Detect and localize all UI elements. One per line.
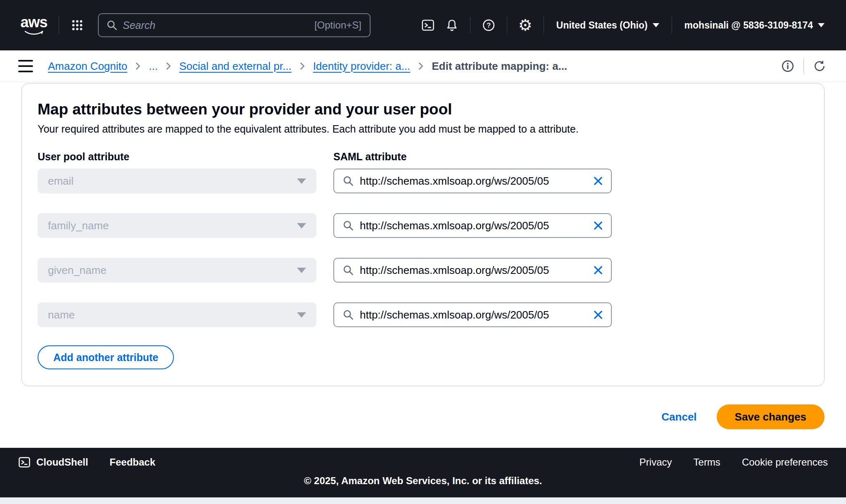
saml-attribute-input[interactable] bbox=[360, 170, 586, 192]
nav-divider bbox=[672, 17, 672, 33]
copyright-text: © 2025, Amazon Web Services, Inc. or its… bbox=[18, 475, 828, 487]
breadcrumb: Amazon Cognito ... Social and external p… bbox=[48, 60, 567, 73]
cloudshell-icon[interactable] bbox=[419, 16, 437, 34]
saml-attribute-field bbox=[333, 258, 612, 283]
search-icon bbox=[342, 309, 354, 321]
user-pool-attribute-select[interactable]: name bbox=[38, 302, 316, 327]
breadcrumb-item-cognito[interactable]: Amazon Cognito bbox=[48, 60, 127, 73]
chevron-down-icon bbox=[818, 23, 825, 27]
info-icon[interactable] bbox=[779, 58, 796, 74]
region-label: United States (Ohio) bbox=[556, 20, 648, 31]
user-pool-attribute-select[interactable]: email bbox=[38, 169, 316, 193]
aws-logo[interactable]: aws bbox=[18, 15, 50, 36]
divider bbox=[803, 58, 804, 74]
saml-attribute-input[interactable] bbox=[360, 259, 586, 281]
chevron-right-icon bbox=[165, 61, 172, 71]
search-icon bbox=[342, 175, 354, 187]
mapping-rows: email bbox=[38, 169, 808, 327]
help-icon[interactable]: ? bbox=[480, 16, 498, 34]
saml-attribute-field bbox=[333, 169, 612, 193]
chevron-down-icon bbox=[297, 312, 306, 318]
chevron-down-icon bbox=[297, 223, 306, 228]
column-header-saml: SAML attribute bbox=[333, 150, 612, 163]
terms-link[interactable]: Terms bbox=[694, 456, 720, 468]
cloudshell-label: CloudShell bbox=[36, 456, 88, 468]
clear-icon[interactable] bbox=[591, 174, 605, 188]
page-description: Your required attributes are mapped to t… bbox=[38, 122, 808, 136]
chevron-right-icon bbox=[299, 61, 306, 71]
nav-divider bbox=[59, 16, 59, 35]
clear-icon[interactable] bbox=[591, 308, 605, 322]
search-icon bbox=[342, 220, 354, 231]
clear-icon[interactable] bbox=[591, 263, 605, 277]
aws-console-page: aws [Option+S] bbox=[0, 0, 846, 504]
attribute-mapping-card: Map attributes between your provider and… bbox=[21, 83, 825, 386]
cookie-preferences-link[interactable]: Cookie preferences bbox=[742, 456, 828, 468]
console-footer: CloudShell Feedback Privacy Terms Cookie… bbox=[0, 448, 846, 497]
cancel-button[interactable]: Cancel bbox=[661, 411, 696, 423]
privacy-link[interactable]: Privacy bbox=[639, 456, 672, 468]
account-menu[interactable]: mohsinali @ 5836-3109-8174 bbox=[681, 16, 828, 34]
user-pool-attribute-select[interactable]: family_name bbox=[38, 213, 316, 238]
account-label: mohsinali @ 5836-3109-8174 bbox=[684, 20, 813, 31]
chevron-down-icon bbox=[297, 178, 306, 184]
search-shortcut-hint: [Option+S] bbox=[314, 19, 361, 31]
aws-logo-text: aws bbox=[20, 14, 47, 31]
search-icon bbox=[342, 264, 354, 276]
column-headers: User pool attribute SAML attribute bbox=[38, 150, 808, 163]
breadcrumb-item-ellipsis[interactable]: ... bbox=[149, 60, 158, 73]
column-header-user-pool: User pool attribute bbox=[38, 150, 316, 163]
settings-gear-icon[interactable]: ⚙ bbox=[516, 16, 535, 34]
notifications-bell-icon[interactable] bbox=[443, 16, 461, 34]
form-actions: Cancel Save changes bbox=[0, 404, 846, 429]
mapping-row: email bbox=[38, 169, 808, 193]
breadcrumb-item-current: Edit attribute mapping: a... bbox=[432, 60, 567, 73]
nav-divider bbox=[544, 17, 544, 33]
cloudshell-icon bbox=[18, 456, 31, 468]
breadcrumb-bar: Amazon Cognito ... Social and external p… bbox=[0, 50, 846, 82]
breadcrumb-item-social-providers[interactable]: Social and external pr... bbox=[179, 60, 292, 73]
nav-divider bbox=[470, 17, 471, 33]
saml-attribute-field bbox=[333, 213, 612, 238]
aws-smile-icon bbox=[24, 31, 44, 36]
saml-attribute-input[interactable] bbox=[360, 215, 586, 236]
breadcrumb-actions bbox=[779, 58, 828, 74]
chevron-right-icon bbox=[418, 61, 424, 71]
top-navigation-bar: aws [Option+S] bbox=[0, 0, 846, 50]
mapping-row: name bbox=[38, 302, 808, 327]
user-pool-attribute-select[interactable]: given_name bbox=[38, 258, 316, 283]
chevron-right-icon bbox=[135, 61, 141, 71]
select-value: name bbox=[48, 309, 75, 321]
nav-right-group: ? ⚙ United States (Ohio) mohsinali @ 583… bbox=[419, 16, 828, 34]
search-input[interactable] bbox=[123, 14, 299, 36]
footer-left-group: CloudShell Feedback bbox=[18, 456, 155, 468]
mapping-row: given_name bbox=[38, 258, 808, 283]
save-changes-button[interactable]: Save changes bbox=[717, 404, 825, 429]
region-selector[interactable]: United States (Ohio) bbox=[553, 16, 663, 34]
refresh-icon[interactable] bbox=[811, 58, 828, 74]
select-value: family_name bbox=[48, 219, 109, 232]
cloudshell-button[interactable]: CloudShell bbox=[18, 456, 88, 468]
select-value: given_name bbox=[48, 264, 107, 277]
hamburger-menu-icon[interactable] bbox=[18, 59, 35, 73]
footer-right-group: Privacy Terms Cookie preferences bbox=[639, 456, 828, 468]
chevron-down-icon bbox=[653, 23, 659, 27]
add-another-attribute-button[interactable]: Add another attribute bbox=[38, 345, 174, 369]
search-icon bbox=[106, 19, 118, 31]
feedback-button[interactable]: Feedback bbox=[109, 456, 155, 468]
svg-text:?: ? bbox=[486, 21, 490, 29]
chevron-down-icon bbox=[297, 268, 306, 273]
saml-attribute-field bbox=[333, 302, 612, 327]
mapping-row: family_name bbox=[38, 213, 808, 238]
breadcrumb-item-identity-provider[interactable]: Identity provider: a... bbox=[313, 60, 411, 73]
clear-icon[interactable] bbox=[591, 219, 605, 233]
page-title: Map attributes between your provider and… bbox=[38, 100, 808, 119]
select-value: email bbox=[48, 175, 74, 188]
saml-attribute-input[interactable] bbox=[360, 304, 586, 326]
apps-grid-icon[interactable] bbox=[68, 16, 86, 34]
bottom-strip bbox=[0, 497, 846, 504]
nav-divider bbox=[507, 17, 507, 33]
global-search[interactable]: [Option+S] bbox=[98, 13, 371, 37]
